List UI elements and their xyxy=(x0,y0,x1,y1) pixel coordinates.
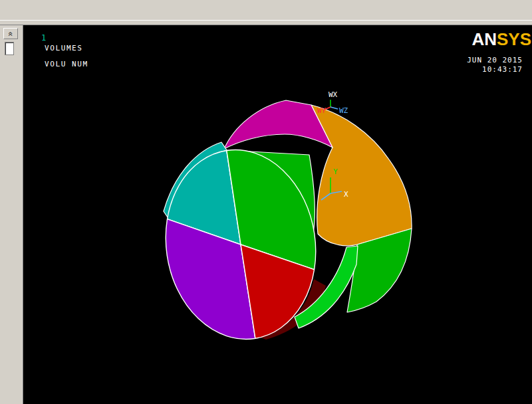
top-toolbar-strip xyxy=(0,0,532,25)
wp-triad-wy-label: WY xyxy=(317,106,327,115)
toolbar-separator xyxy=(0,20,532,21)
collapse-panel-button[interactable]: « xyxy=(3,28,18,39)
graphics-window[interactable]: 1 VOLUMES VOLU NUM ANSYS JUN 20 2015 10:… xyxy=(23,25,532,404)
model-render-canvas[interactable]: WX WY WZ Y X xyxy=(23,25,532,404)
wp-triad-wz-label: WZ xyxy=(339,106,348,115)
working-plane-triad: WX WY WZ xyxy=(317,90,348,115)
ansys-application-window: « 1 VOLUMES VOLU NUM ANSYS JUN 20 2015 1… xyxy=(0,0,532,404)
global-triad-x-label: X xyxy=(344,190,348,199)
left-toolbar-strip: « xyxy=(0,25,23,404)
collapse-chevrons-icon: « xyxy=(7,31,15,36)
global-triad-y-label: Y xyxy=(333,167,338,176)
side-scrollbar-thumb[interactable] xyxy=(5,42,14,55)
wp-triad-wx-label: WX xyxy=(329,90,338,99)
volume-back-side-orange[interactable] xyxy=(311,105,412,246)
